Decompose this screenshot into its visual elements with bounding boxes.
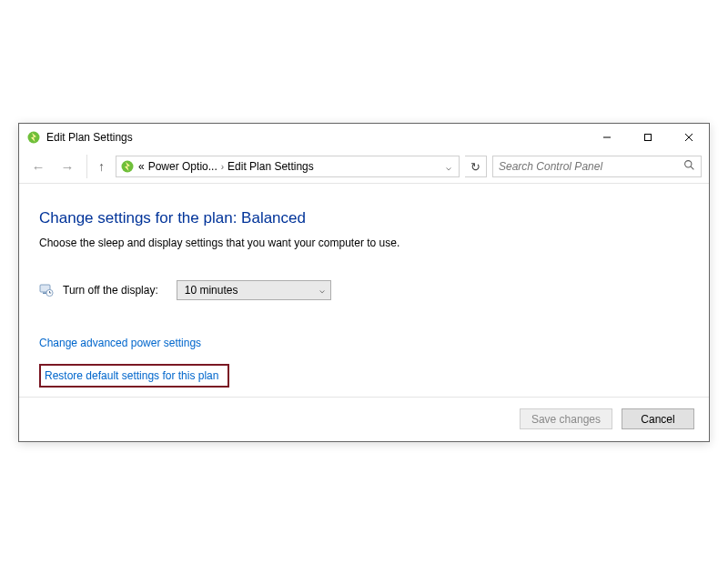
cancel-button[interactable]: Cancel bbox=[622, 408, 694, 429]
titlebar: Edit Plan Settings bbox=[19, 124, 709, 151]
up-button[interactable]: ↑ bbox=[86, 155, 110, 178]
breadcrumb-segment[interactable]: Power Optio... bbox=[148, 160, 217, 173]
page-heading: Change settings for the plan: Balanced bbox=[39, 209, 689, 227]
refresh-button[interactable]: ↻ bbox=[465, 156, 487, 177]
monitor-clock-icon bbox=[39, 283, 54, 297]
address-bar[interactable]: « Power Optio... › Edit Plan Settings ⌵ bbox=[116, 156, 460, 177]
restore-defaults-link[interactable]: Restore default settings for this plan bbox=[45, 369, 218, 382]
page-subtext: Choose the sleep and display settings th… bbox=[39, 237, 689, 249]
display-timeout-row: Turn off the display: 10 minutes ⌵ bbox=[39, 280, 689, 300]
display-timeout-select[interactable]: 10 minutes ⌵ bbox=[177, 280, 331, 300]
forward-button[interactable]: → bbox=[56, 155, 79, 178]
display-timeout-label: Turn off the display: bbox=[63, 284, 158, 297]
chevron-right-icon: › bbox=[221, 162, 224, 172]
breadcrumb-segment[interactable]: Edit Plan Settings bbox=[228, 160, 314, 173]
svg-rect-1 bbox=[644, 134, 651, 140]
advanced-power-settings-link[interactable]: Change advanced power settings bbox=[39, 337, 689, 349]
power-options-icon bbox=[26, 130, 41, 145]
back-button[interactable]: ← bbox=[26, 155, 50, 178]
breadcrumb-prefix: « bbox=[138, 160, 145, 173]
chevron-down-icon[interactable]: ⌵ bbox=[442, 162, 455, 172]
minimize-button[interactable] bbox=[586, 124, 627, 151]
restore-defaults-highlight: Restore default settings for this plan bbox=[39, 364, 229, 388]
svg-point-3 bbox=[685, 161, 692, 167]
footer-buttons: Save changes Cancel bbox=[19, 398, 709, 441]
chevron-down-icon: ⌵ bbox=[319, 285, 325, 295]
links-section: Change advanced power settings Restore d… bbox=[39, 337, 689, 388]
search-icon[interactable] bbox=[683, 159, 695, 174]
window-title: Edit Plan Settings bbox=[46, 131, 133, 144]
navigation-bar: ← → ↑ « Power Optio... › Edit Plan Setti… bbox=[19, 151, 709, 184]
close-button[interactable] bbox=[668, 124, 709, 151]
search-box[interactable] bbox=[492, 156, 702, 177]
search-input[interactable] bbox=[499, 160, 683, 173]
save-changes-button[interactable]: Save changes bbox=[520, 408, 612, 429]
select-value: 10 minutes bbox=[185, 284, 238, 297]
caption-buttons bbox=[586, 124, 709, 151]
control-panel-window: Edit Plan Settings ← → ↑ « bbox=[18, 123, 710, 442]
maximize-button[interactable] bbox=[627, 124, 668, 151]
content-area: Change settings for the plan: Balanced C… bbox=[19, 184, 709, 398]
power-options-icon bbox=[120, 159, 135, 174]
